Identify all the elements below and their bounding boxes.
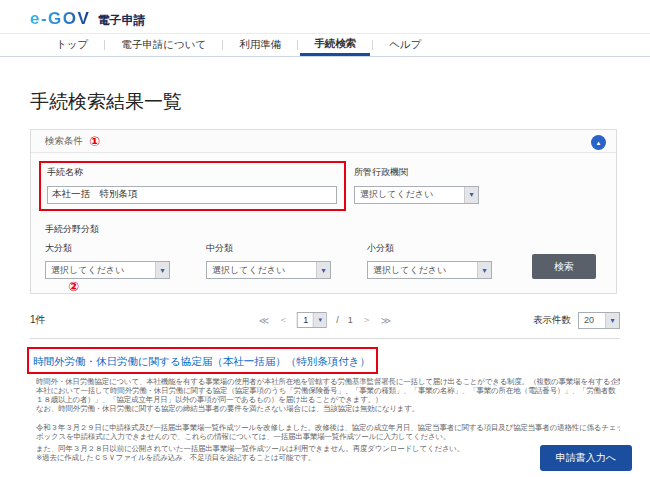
main-nav: トップ 電子申請について 利用準備 手続検索 ヘルプ: [0, 33, 650, 57]
description-line: ボックスを申請様式に入力できませんので、これらの情報については、一括届出事業場一…: [36, 432, 620, 441]
nav-item-preparation[interactable]: 利用準備: [225, 34, 295, 56]
nav-divider: [372, 40, 373, 50]
chevron-down-icon: ▾: [477, 262, 491, 278]
agency-label: 所管行政機関: [354, 166, 479, 179]
chevron-up-icon: ▲: [596, 140, 602, 146]
search-button[interactable]: 検索: [532, 254, 596, 279]
chevron-down-icon: ▾: [155, 262, 169, 278]
result-description-1: 時間外・休日労働協定について、本社機能を有する事業場の使用者が本社所在地を管轄す…: [36, 377, 620, 413]
nav-item-procedure-search[interactable]: 手続検索: [300, 34, 370, 56]
per-page-label: 表示件数: [533, 314, 571, 327]
category-section-label: 手続分野分類: [45, 223, 604, 236]
agency-field: 所管行政機関 選択してください ▾: [354, 161, 479, 204]
pagination-separator: /: [336, 315, 339, 325]
description-line: なお、時間外労働・休日労働に関する協定の締結当事者の要件を満たさない場合には、当…: [36, 404, 620, 413]
medium-category-label: 中分類: [206, 242, 331, 255]
pagination-total-pages: 1: [348, 315, 353, 325]
agency-select[interactable]: 選択してください ▾: [354, 186, 479, 204]
egov-logo-suffix: 電子申請: [97, 12, 145, 29]
results-divider-top: [30, 338, 620, 339]
nav-divider: [297, 40, 298, 50]
large-category-label: 大分類: [45, 242, 170, 255]
nav-item-about[interactable]: 電子申請について: [107, 34, 220, 56]
description-line: また、同年３月２８日以前に公開されていた一括届出事業場一覧作成ツールは利用できま…: [36, 444, 532, 453]
pagination-current-page: 1: [298, 315, 313, 325]
result-item: 時間外労働・休日労働に関する協定届（本社一括届）（特別条項付き） 時間外・休日労…: [30, 347, 620, 471]
chevron-down-icon: ▾: [316, 262, 330, 278]
pagination-top: ≪ ＜ 1 ▾ / 1 ＞ ≫: [259, 312, 391, 328]
egov-logo: e-GOV 電子申請: [30, 9, 650, 29]
procedure-name-label: 手続名称: [47, 166, 337, 179]
nav-divider: [104, 40, 105, 50]
nav-item-top[interactable]: トップ: [42, 34, 102, 56]
large-category-select[interactable]: 選択してください ▾: [45, 261, 170, 279]
search-conditions-panel: 検索条件 ① ▲ 手続名称 所管行政機関 選択してください ▾ 手続分野分類 大…: [30, 129, 617, 294]
small-category-label: 小分類: [367, 242, 492, 255]
nav-item-help[interactable]: ヘルプ: [375, 34, 435, 56]
description-line: 令和３年３月２９日に申請様式及び一括届出事業場一覧作成ツールを改修しました。改修…: [36, 423, 620, 432]
small-category-field: 小分類 選択してください ▾: [367, 242, 492, 280]
description-line: 時間外・休日労働協定について、本社機能を有する事業場の使用者が本社所在地を管轄す…: [36, 377, 620, 386]
medium-category-select[interactable]: 選択してください ▾: [206, 261, 331, 279]
result-count: 1件: [30, 313, 46, 327]
medium-category-field: 中分類 選択してください ▾: [206, 242, 331, 280]
medium-category-select-value: 選択してください: [207, 264, 290, 277]
pagination-next-button[interactable]: ＞: [362, 313, 372, 327]
annotation-box-procedure-name: 手続名称: [39, 161, 346, 211]
chevron-down-icon: ▾: [313, 313, 326, 327]
per-page-select[interactable]: 20 ▾: [578, 312, 620, 329]
result-description-2: 令和３年３月２９日に申請様式及び一括届出事業場一覧作成ツールを改修しました。改修…: [36, 423, 620, 441]
nav-divider: [222, 40, 223, 50]
pagination-page-select[interactable]: 1 ▾: [297, 312, 327, 328]
annotation-box-result-title: 時間外労働・休日労働に関する協定届（本社一括届）（特別条項付き）: [27, 347, 378, 374]
page-title: 手続検索結果一覧: [30, 89, 650, 115]
search-conditions-body: 手続名称 所管行政機関 選択してください ▾ 手続分野分類 大分類 選択してくだ…: [31, 153, 616, 293]
results-toolbar: 1件 ≪ ＜ 1 ▾ / 1 ＞ ≫ 表示件数 20 ▾: [30, 310, 620, 330]
small-category-select[interactable]: 選択してください ▾: [367, 261, 492, 279]
search-conditions-title: 検索条件: [45, 135, 83, 148]
search-conditions-header: 検索条件 ① ▲: [31, 130, 616, 153]
small-category-select-value: 選択してください: [368, 264, 451, 277]
chevron-down-icon: ▾: [464, 187, 478, 203]
pagination-first-button[interactable]: ≪: [259, 315, 269, 326]
result-description-3: また、同年３月２８日以前に公開されていた一括届出事業場一覧作成ツールは利用できま…: [36, 444, 532, 462]
per-page-control: 表示件数 20 ▾: [533, 312, 620, 329]
apply-button[interactable]: 申請書入力へ: [540, 445, 632, 471]
pagination-prev-button[interactable]: ＜: [278, 313, 288, 327]
large-category-field: 大分類 選択してください ▾: [45, 242, 170, 280]
procedure-name-input[interactable]: [47, 186, 337, 204]
pagination-last-button[interactable]: ≫: [381, 315, 391, 326]
chevron-down-icon: ▾: [605, 313, 619, 328]
annotation-circle-1: ①: [89, 135, 100, 148]
description-line: ※過去に作成したＣＳＶファイルを読み込み、不足項目を追記することは可能です。: [36, 453, 532, 462]
description-line: １８歳以上の者）」、「協定成立年月日」以外の事項が同一であるもの）を届け出ること…: [36, 395, 620, 404]
description-line: 本社において一括して時間外労働・休日労働に関する協定（協定事項のうち「労働保険番…: [36, 386, 620, 395]
annotation-circle-2: ②: [68, 280, 79, 293]
egov-logo-text: e-GOV: [30, 9, 90, 29]
panel-collapse-button[interactable]: ▲: [591, 135, 606, 150]
app-header: e-GOV 電子申請: [0, 0, 650, 33]
agency-select-value: 選択してください: [355, 188, 438, 201]
per-page-select-value: 20: [579, 315, 599, 325]
result-title-link[interactable]: 時間外労働・休日労働に関する協定届（本社一括届）（特別条項付き）: [33, 355, 370, 367]
large-category-select-value: 選択してください: [46, 264, 129, 277]
